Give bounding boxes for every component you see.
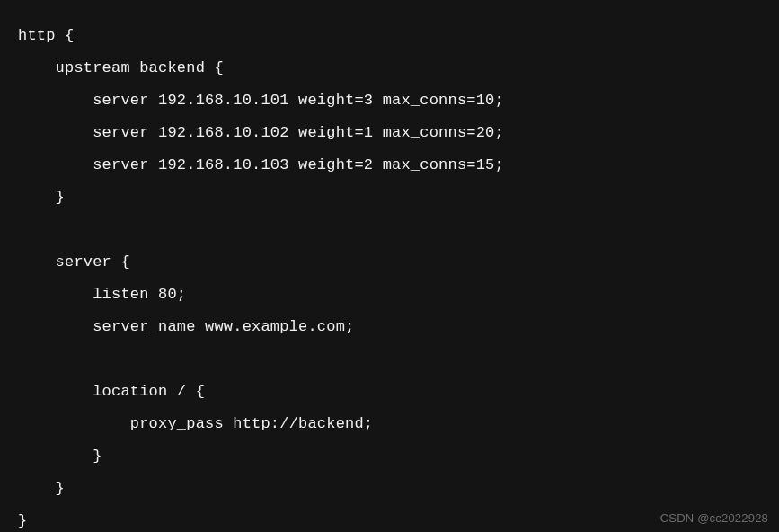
code-line: }	[18, 480, 65, 497]
code-line: upstream backend {	[18, 59, 224, 76]
code-block: http { upstream backend { server 192.168…	[0, 0, 779, 532]
code-line: proxy_pass http://backend;	[18, 415, 373, 432]
code-line: location / {	[18, 383, 205, 400]
code-line: server 192.168.10.101 weight=3 max_conns…	[18, 92, 504, 109]
code-line: }	[18, 189, 65, 206]
code-line: }	[18, 512, 27, 529]
code-line: server 192.168.10.102 weight=1 max_conns…	[18, 124, 504, 141]
code-line: server_name www.example.com;	[18, 318, 354, 335]
code-line: http {	[18, 27, 74, 44]
code-line: server {	[18, 253, 130, 270]
code-line: listen 80;	[18, 286, 186, 303]
code-line: }	[18, 448, 102, 465]
code-line: server 192.168.10.103 weight=2 max_conns…	[18, 156, 504, 173]
